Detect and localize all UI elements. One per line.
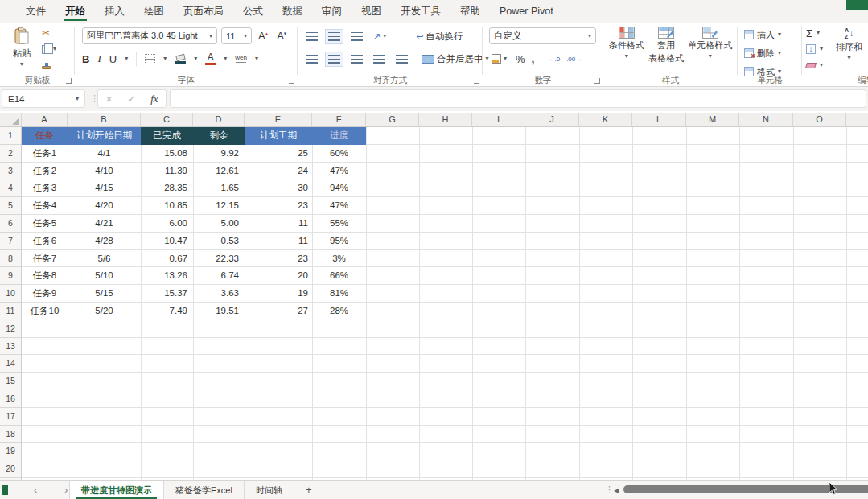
underline-button[interactable]: U — [109, 53, 117, 65]
middle-align-button[interactable] — [326, 30, 343, 43]
header-cell-start-date[interactable]: 计划开始日期 — [68, 127, 141, 145]
clear-button[interactable]: ▾ — [806, 60, 823, 71]
scroll-left-icon[interactable]: ◀ — [614, 487, 619, 494]
row-header-10[interactable]: 10 — [0, 285, 21, 303]
italic-button[interactable]: I — [97, 52, 101, 65]
comma-style-button[interactable]: , — [532, 52, 535, 65]
column-header-M[interactable]: M — [686, 113, 739, 126]
cell[interactable]: 12.61 — [193, 163, 245, 180]
cell[interactable]: 28% — [312, 303, 366, 320]
row-header-17[interactable]: 17 — [0, 408, 21, 426]
cell[interactable]: 4/21 — [68, 215, 141, 233]
copy-button[interactable]: ▾ — [42, 43, 56, 55]
cell[interactable]: 94% — [312, 179, 366, 197]
header-cell-remaining[interactable]: 剩余 — [193, 127, 245, 145]
cell[interactable]: 4/10 — [68, 163, 141, 180]
column-header-B[interactable]: B — [68, 113, 141, 126]
row-header-4[interactable]: 4 — [0, 179, 21, 197]
row-header-18[interactable]: 18 — [0, 426, 21, 443]
cell[interactable]: 任务1 — [22, 145, 68, 163]
insert-cells-button[interactable]: 插入▾ — [744, 28, 781, 41]
paste-dropdown-icon[interactable]: ▾ — [20, 61, 23, 68]
menu-tab-file[interactable]: 文件 — [16, 0, 56, 23]
cell[interactable]: 25 — [245, 145, 312, 163]
row-header-16[interactable]: 16 — [0, 390, 21, 408]
row-header-20[interactable]: 20 — [0, 460, 21, 478]
increase-indent-button[interactable] — [393, 52, 410, 66]
add-sheet-button[interactable]: + — [294, 481, 323, 499]
row-header-13[interactable]: 13 — [0, 338, 21, 356]
menu-tab-review[interactable]: 审阅 — [312, 0, 352, 23]
delete-cells-button[interactable]: ×删除▾ — [744, 47, 781, 60]
row-header-3[interactable]: 3 — [0, 163, 21, 180]
cell[interactable]: 任务10 — [22, 303, 68, 320]
wrap-text-button[interactable]: ↩自动换行 — [413, 28, 465, 45]
cell[interactable]: 22.33 — [193, 250, 245, 268]
cell[interactable]: 20 — [245, 267, 312, 285]
sheet-tab-gantt-demo[interactable]: 带进度甘特图演示 — [69, 481, 164, 499]
cell[interactable]: 5/6 — [68, 250, 141, 268]
cell[interactable]: 6.00 — [141, 215, 193, 233]
menu-tab-insert[interactable]: 插入 — [95, 0, 134, 23]
font-dialog-launcher[interactable] — [289, 78, 294, 84]
sheet-tab-learn-excel[interactable]: 猪爸爸学Excel — [164, 481, 245, 499]
copy-dropdown-icon[interactable]: ▾ — [53, 46, 56, 52]
cell[interactable]: 4/15 — [68, 179, 141, 197]
cell[interactable]: 66% — [312, 267, 366, 285]
cell[interactable]: 47% — [312, 163, 366, 180]
orientation-button[interactable]: ↗▾ — [371, 30, 389, 43]
number-format-select[interactable]: 自定义▾ — [489, 27, 596, 44]
cell[interactable]: 0.53 — [193, 233, 245, 250]
row-header-1[interactable]: 1 — [0, 127, 21, 145]
fill-color-dropdown-icon[interactable]: ▾ — [194, 56, 197, 62]
formula-input[interactable] — [170, 89, 866, 108]
header-cell-progress[interactable]: 进度 — [312, 127, 366, 145]
paste-button[interactable]: 粘贴 ▾ — [6, 27, 38, 68]
font-name-select[interactable]: 阿里巴巴普惠体 3.0 45 Light▾ — [82, 27, 217, 44]
decrease-decimal-button[interactable]: .00→ — [566, 56, 582, 63]
cell[interactable]: 11 — [245, 233, 312, 250]
align-right-button[interactable] — [348, 52, 365, 66]
cell[interactable]: 15.37 — [141, 285, 193, 303]
row-header-8[interactable]: 8 — [0, 250, 21, 268]
menu-tab-page-layout[interactable]: 页面布局 — [174, 0, 233, 23]
merge-center-button[interactable]: ↔合并后居中▾ — [419, 51, 492, 68]
row-header-9[interactable]: 9 — [0, 267, 21, 285]
decrease-indent-button[interactable] — [371, 52, 388, 66]
fill-color-button[interactable] — [175, 55, 186, 64]
align-left-button[interactable] — [303, 52, 320, 66]
insert-function-icon[interactable]: fx — [150, 93, 158, 105]
cell[interactable]: 12.15 — [193, 197, 245, 215]
percent-style-button[interactable]: % — [516, 53, 525, 65]
cell[interactable]: 任务8 — [22, 267, 68, 285]
cell[interactable]: 11.39 — [141, 163, 193, 180]
cell[interactable]: 47% — [312, 197, 366, 215]
align-center-button[interactable] — [326, 52, 343, 66]
column-header-A[interactable]: A — [22, 113, 68, 126]
cell[interactable]: 10.47 — [141, 233, 193, 250]
cell[interactable]: 6.74 — [193, 267, 245, 285]
menu-tab-data[interactable]: 数据 — [273, 0, 312, 23]
cell[interactable]: 任务3 — [22, 179, 68, 197]
top-align-button[interactable] — [303, 30, 320, 43]
row-header-14[interactable]: 14 — [0, 355, 21, 373]
cell[interactable]: 5.00 — [193, 215, 245, 233]
cell[interactable]: 4/28 — [68, 233, 141, 250]
column-header-O[interactable]: O — [793, 113, 846, 126]
header-cell-completed[interactable]: 已完成 — [141, 127, 193, 145]
menu-tab-power-pivot[interactable]: Power Pivot — [490, 0, 563, 23]
cell[interactable]: 15.08 — [141, 145, 193, 163]
phonetic-guide-button[interactable]: wén — [235, 55, 247, 63]
column-header-L[interactable]: L — [632, 113, 686, 126]
enter-icon[interactable]: ✓ — [127, 94, 135, 104]
cell[interactable]: 19 — [245, 285, 312, 303]
increase-decimal-button[interactable]: ←.0 — [548, 56, 560, 63]
cell[interactable]: 任务9 — [22, 285, 68, 303]
borders-icon[interactable] — [145, 54, 155, 64]
column-header-K[interactable]: K — [579, 113, 632, 126]
cell[interactable]: 81% — [312, 285, 366, 303]
cell[interactable]: 55% — [312, 215, 366, 233]
cell[interactable]: 5/15 — [68, 285, 141, 303]
grow-font-button[interactable]: A▴ — [256, 30, 270, 42]
row-header-12[interactable]: 12 — [0, 320, 21, 338]
